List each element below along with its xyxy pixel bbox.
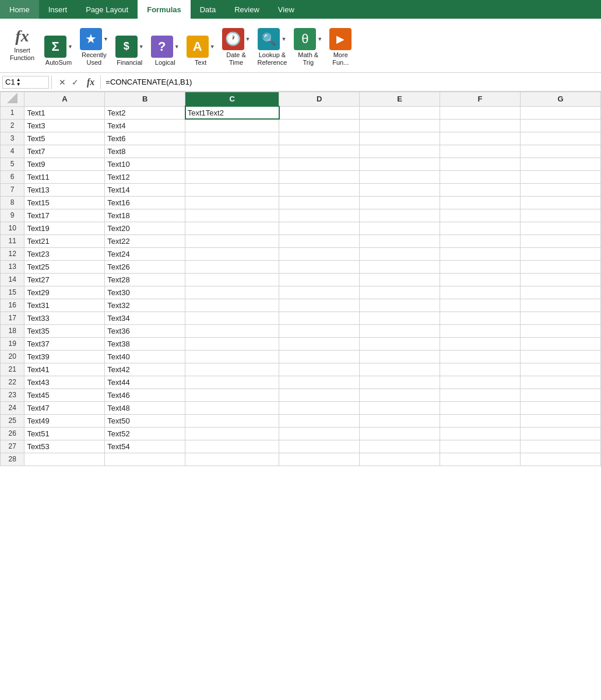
- financial-button[interactable]: $ ▼ Financial: [113, 34, 146, 68]
- cell-G4[interactable]: [521, 145, 601, 158]
- cell-G7[interactable]: [521, 183, 601, 196]
- cell-F18[interactable]: [440, 324, 521, 337]
- menu-item-insert[interactable]: Insert: [39, 0, 77, 19]
- cell-A21[interactable]: Text41: [24, 363, 105, 376]
- cell-A5[interactable]: Text9: [24, 158, 105, 170]
- cell-F24[interactable]: [440, 401, 521, 414]
- cell-E19[interactable]: [360, 337, 440, 350]
- cell-F9[interactable]: [440, 209, 521, 222]
- menu-item-home[interactable]: Home: [0, 0, 39, 19]
- cell-F4[interactable]: [440, 145, 521, 158]
- cell-G27[interactable]: [521, 440, 601, 453]
- cell-E14[interactable]: [360, 273, 440, 286]
- cell-G6[interactable]: [521, 170, 601, 183]
- cell-D15[interactable]: [279, 286, 360, 299]
- row-header-24[interactable]: 24: [1, 401, 24, 414]
- cell-C26[interactable]: [185, 427, 279, 440]
- cell-B1[interactable]: Text2: [105, 106, 185, 119]
- col-header-F[interactable]: F: [440, 92, 521, 107]
- menu-item-formulas[interactable]: Formulas: [138, 0, 191, 19]
- cell-E8[interactable]: [360, 196, 440, 209]
- recently-used-button[interactable]: ★ ▼ RecentlyUsed: [78, 27, 111, 68]
- cell-E21[interactable]: [360, 363, 440, 376]
- cell-A11[interactable]: Text21: [24, 235, 105, 247]
- cell-A18[interactable]: Text35: [24, 324, 105, 337]
- cell-F14[interactable]: [440, 273, 521, 286]
- cell-G20[interactable]: [521, 350, 601, 363]
- more-functions-button[interactable]: ▶ MoreFun...: [327, 27, 354, 68]
- cell-E5[interactable]: [360, 158, 440, 170]
- cell-B4[interactable]: Text8: [105, 145, 185, 158]
- cell-G22[interactable]: [521, 376, 601, 388]
- cell-C1[interactable]: Text1Text2: [185, 106, 279, 119]
- row-header-18[interactable]: 18: [1, 324, 24, 337]
- cell-C17[interactable]: [185, 312, 279, 324]
- cell-F16[interactable]: [440, 299, 521, 312]
- cell-G8[interactable]: [521, 196, 601, 209]
- cell-C9[interactable]: [185, 209, 279, 222]
- cell-F28[interactable]: [440, 453, 521, 466]
- cell-F21[interactable]: [440, 363, 521, 376]
- cell-E26[interactable]: [360, 427, 440, 440]
- cell-E22[interactable]: [360, 376, 440, 388]
- cell-A17[interactable]: Text33: [24, 312, 105, 324]
- formula-input[interactable]: [103, 78, 599, 86]
- cell-C18[interactable]: [185, 324, 279, 337]
- cell-A8[interactable]: Text15: [24, 196, 105, 209]
- cell-F5[interactable]: [440, 158, 521, 170]
- cell-C7[interactable]: [185, 183, 279, 196]
- cell-B27[interactable]: Text54: [105, 440, 185, 453]
- cell-A14[interactable]: Text27: [24, 273, 105, 286]
- cell-F22[interactable]: [440, 376, 521, 388]
- cell-B10[interactable]: Text20: [105, 222, 185, 235]
- cell-F1[interactable]: [440, 106, 521, 119]
- row-header-21[interactable]: 21: [1, 363, 24, 376]
- cell-C15[interactable]: [185, 286, 279, 299]
- cell-E7[interactable]: [360, 183, 440, 196]
- row-header-27[interactable]: 27: [1, 440, 24, 453]
- cell-F25[interactable]: [440, 414, 521, 427]
- cell-D9[interactable]: [279, 209, 360, 222]
- math-trig-button[interactable]: θ ▼ Math &Trig: [291, 27, 325, 68]
- row-header-25[interactable]: 25: [1, 414, 24, 427]
- col-header-G[interactable]: G: [521, 92, 601, 107]
- cell-E17[interactable]: [360, 312, 440, 324]
- row-header-6[interactable]: 6: [1, 170, 24, 183]
- cell-G17[interactable]: [521, 312, 601, 324]
- cell-D28[interactable]: [279, 453, 360, 466]
- row-header-8[interactable]: 8: [1, 196, 24, 209]
- cell-D2[interactable]: [279, 119, 360, 132]
- cell-reference-box[interactable]: C1 ▲ ▼: [2, 76, 49, 89]
- cell-C25[interactable]: [185, 414, 279, 427]
- row-header-22[interactable]: 22: [1, 376, 24, 388]
- cell-A9[interactable]: Text17: [24, 209, 105, 222]
- cell-E27[interactable]: [360, 440, 440, 453]
- cell-G15[interactable]: [521, 286, 601, 299]
- cell-C13[interactable]: [185, 260, 279, 273]
- cell-D20[interactable]: [279, 350, 360, 363]
- row-header-11[interactable]: 11: [1, 235, 24, 247]
- row-header-20[interactable]: 20: [1, 350, 24, 363]
- cell-E25[interactable]: [360, 414, 440, 427]
- insert-function-button[interactable]: fx InsertFunction: [5, 21, 40, 68]
- cell-B8[interactable]: Text16: [105, 196, 185, 209]
- cell-B14[interactable]: Text28: [105, 273, 185, 286]
- cell-D26[interactable]: [279, 427, 360, 440]
- cell-E3[interactable]: [360, 132, 440, 145]
- cell-C28[interactable]: [185, 453, 279, 466]
- cell-D16[interactable]: [279, 299, 360, 312]
- cell-A12[interactable]: Text23: [24, 247, 105, 260]
- cell-G18[interactable]: [521, 324, 601, 337]
- cell-C12[interactable]: [185, 247, 279, 260]
- cell-G5[interactable]: [521, 158, 601, 170]
- cell-A16[interactable]: Text31: [24, 299, 105, 312]
- menu-item-review[interactable]: Review: [225, 0, 269, 19]
- cell-F26[interactable]: [440, 427, 521, 440]
- cell-D14[interactable]: [279, 273, 360, 286]
- cell-G10[interactable]: [521, 222, 601, 235]
- cell-G23[interactable]: [521, 388, 601, 401]
- date-time-button[interactable]: 🕐 ▼ Date &Time: [220, 27, 253, 68]
- cell-C23[interactable]: [185, 388, 279, 401]
- cell-A6[interactable]: Text11: [24, 170, 105, 183]
- row-header-10[interactable]: 10: [1, 222, 24, 235]
